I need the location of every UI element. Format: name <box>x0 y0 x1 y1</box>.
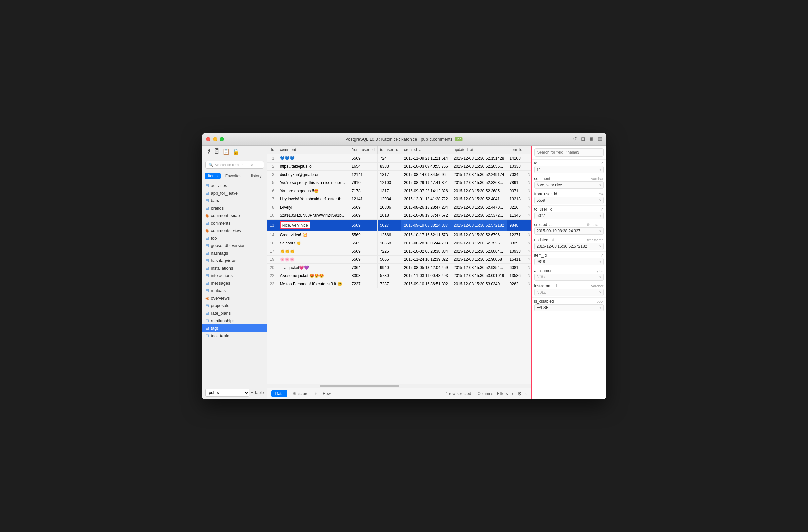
table-row[interactable]: 10$2a$10$HZLN88PNuWWi4ZuS91b8dR98Iit0kbl… <box>268 211 531 219</box>
lock-icon[interactable]: 🔒 <box>232 148 239 155</box>
sidebar-item-app_for_leave[interactable]: ⊞app_for_leave <box>202 189 267 197</box>
right-panel-search <box>532 146 606 159</box>
table-row[interactable]: 23Me too Fernanda! It's cute isn't it 😊😊… <box>268 280 531 288</box>
field-value-row[interactable]: NULL∨ <box>534 273 604 281</box>
sidebar-item-rate_plans[interactable]: ⊞rate_plans <box>202 309 267 317</box>
table-row[interactable]: 1💙💙💙55697242015-11-09 21:11:21.6142015-1… <box>268 154 531 162</box>
field-expand-icon[interactable]: ∨ <box>599 260 601 263</box>
col-comment[interactable]: comment <box>277 146 349 154</box>
sidebar-item-label: relationships <box>211 318 235 323</box>
table-row[interactable]: 19🌸🌸🌸556956652015-11-24 10:12:39.3222015… <box>268 255 531 263</box>
table-row[interactable]: 3duchuykun@gmail.com1214113172015-08-14 … <box>268 170 531 178</box>
table-row[interactable]: 14Great video! 💥5569125662015-10-17 16:5… <box>268 231 531 239</box>
add-table-button[interactable]: + Table <box>251 391 264 395</box>
tab-items[interactable]: Items <box>205 173 221 179</box>
field-expand-icon[interactable]: ∨ <box>599 183 601 187</box>
table-row[interactable]: 22Awesome jacket 😍😍😍830357302015-11-03 1… <box>268 271 531 280</box>
right-panel-search-input[interactable] <box>534 148 604 157</box>
sidebar-item-proposals[interactable]: ⊞proposals <box>202 302 267 309</box>
table-row[interactable]: 11Nice, very nice556950272015-09-19 08:3… <box>268 219 531 231</box>
sidebar-item-messages[interactable]: ⊞messages <box>202 279 267 287</box>
table-row[interactable]: 6You are gorgeous !!😍717813172015-09-07 … <box>268 187 531 195</box>
grid-icon[interactable]: ⊞ <box>581 136 585 142</box>
horizontal-scrollbar[interactable] <box>268 384 531 388</box>
field-value-row[interactable]: NULL∨ <box>534 289 604 296</box>
close-button[interactable] <box>206 137 210 141</box>
field-value-row[interactable]: 9848∨ <box>534 258 604 265</box>
table-row[interactable]: 17👏👏👏556972252015-10-02 06:23:38.8842015… <box>268 247 531 255</box>
sidebar-item-comment_snap[interactable]: ◉comment_snap <box>202 212 267 219</box>
table-icon[interactable]: 🗄 <box>214 148 220 155</box>
col-from-user-id[interactable]: from_user_id <box>349 146 377 154</box>
field-expand-icon[interactable]: ∨ <box>599 168 601 171</box>
sidebar-item-test_table[interactable]: ⊞test_table <box>202 332 267 339</box>
sql-icon[interactable]: 📋 <box>222 148 229 155</box>
scrollbar-thumb[interactable] <box>320 385 399 387</box>
cell-created-at: 2015-08-28 13:05:44.793 <box>401 239 451 247</box>
table-row[interactable]: 20That jacket💗💜736499402015-08-05 13:42:… <box>268 263 531 271</box>
db-icon[interactable]: 🎙 <box>205 148 211 155</box>
field-header: item_idint4 <box>534 253 604 258</box>
field-value-row[interactable]: FALSE∨ <box>534 304 604 311</box>
table-row[interactable]: 2https://tableplus.io165483832015-10-03 … <box>268 162 531 170</box>
sidebar-item-bars[interactable]: ⊞bars <box>202 197 267 204</box>
schema-select[interactable]: public <box>205 389 249 397</box>
structure-tab-button[interactable]: Structure <box>289 390 313 397</box>
field-value-row[interactable]: 5569∨ <box>534 197 604 204</box>
field-value-row[interactable]: 2015-09-19 08:38:24.337∨ <box>534 227 604 235</box>
content-area: id comment from_user_id to_user_id creat… <box>268 146 531 399</box>
data-table-wrapper[interactable]: id comment from_user_id to_user_id creat… <box>268 146 531 384</box>
sidebar-item-brands[interactable]: ⊞brands <box>202 204 267 212</box>
sidebar-item-mutuals[interactable]: ⊞mutuals <box>202 287 267 294</box>
sidebar-search-bar[interactable]: 🔍 Search for item: ^name$... <box>205 161 264 169</box>
right-panel-icon[interactable]: ▤ <box>598 136 602 142</box>
minimize-button[interactable] <box>213 137 217 141</box>
table-row[interactable]: 7Hey lovely! You should def. enter the C… <box>268 195 531 203</box>
sidebar-item-activities[interactable]: ⊞activities <box>202 182 267 189</box>
cell-updated-at: 2015-12-08 15:30:52.4041... <box>451 195 507 203</box>
table-row[interactable]: 8Lovely!!!5569108062015-08-26 18:28:47.2… <box>268 203 531 211</box>
refresh-icon[interactable]: ↺ <box>573 136 577 142</box>
sidebar-item-comments_view[interactable]: ◉comments_view <box>202 227 267 234</box>
sidebar-item-overviews[interactable]: ◉overviews <box>202 294 267 302</box>
prev-page-button[interactable]: ‹ <box>512 391 513 396</box>
panel-icon[interactable]: ▣ <box>589 136 594 142</box>
next-page-button[interactable]: › <box>526 391 527 396</box>
tab-favorites[interactable]: Favorites <box>222 173 245 179</box>
field-value-row[interactable]: 11∨ <box>534 166 604 173</box>
row-tab-button[interactable]: Row <box>319 390 334 397</box>
sidebar-item-comments[interactable]: ⊞comments <box>202 219 267 227</box>
sidebar-item-foo[interactable]: ⊞foo <box>202 234 267 242</box>
settings-button[interactable]: ⚙ <box>517 391 521 397</box>
sidebar-item-installations[interactable]: ⊞installations <box>202 264 267 272</box>
field-value-row[interactable]: Nice, very nice∨ <box>534 182 604 189</box>
table-row[interactable]: 16So cool ! 👏5569105682015-08-28 13:05:4… <box>268 239 531 247</box>
sidebar-item-hashtagviews[interactable]: ⊞hashtagviews <box>202 257 267 264</box>
sidebar-item-goose_db_version[interactable]: ⊞goose_db_version <box>202 242 267 249</box>
sidebar-item-hashtags[interactable]: ⊞hashtags <box>202 249 267 257</box>
field-expand-icon[interactable]: ∨ <box>599 214 601 217</box>
field-expand-icon[interactable]: ∨ <box>599 245 601 248</box>
sidebar-item-tags[interactable]: ⊞tags <box>202 324 267 332</box>
field-value-row[interactable]: 5027∨ <box>534 212 604 219</box>
field-value-row[interactable]: 2015-12-08 15:30:52.572182∨ <box>534 243 604 250</box>
table-row[interactable]: 5You're so pretty, this is a nice ni gor… <box>268 178 531 187</box>
col-item-id[interactable]: item_id <box>507 146 525 154</box>
data-tab-button[interactable]: Data <box>271 390 288 397</box>
fullscreen-button[interactable] <box>220 137 224 141</box>
sidebar-item-interactions[interactable]: ⊞interactions <box>202 272 267 279</box>
columns-button[interactable]: Columns <box>477 391 493 396</box>
field-expand-icon[interactable]: ∨ <box>599 275 601 279</box>
tab-history[interactable]: History <box>246 173 264 179</box>
col-created-at[interactable]: created_at <box>401 146 451 154</box>
filters-button[interactable]: Filters <box>497 391 508 396</box>
sidebar-item-label: messages <box>211 281 230 286</box>
field-expand-icon[interactable]: ∨ <box>599 306 601 309</box>
sidebar-item-relationships[interactable]: ⊞relationships <box>202 317 267 324</box>
col-updated-at[interactable]: updated_at <box>451 146 507 154</box>
field-expand-icon[interactable]: ∨ <box>599 290 601 294</box>
col-id[interactable]: id <box>268 146 277 154</box>
field-expand-icon[interactable]: ∨ <box>599 198 601 202</box>
col-to-user-id[interactable]: to_user_id <box>377 146 401 154</box>
field-expand-icon[interactable]: ∨ <box>599 229 601 233</box>
